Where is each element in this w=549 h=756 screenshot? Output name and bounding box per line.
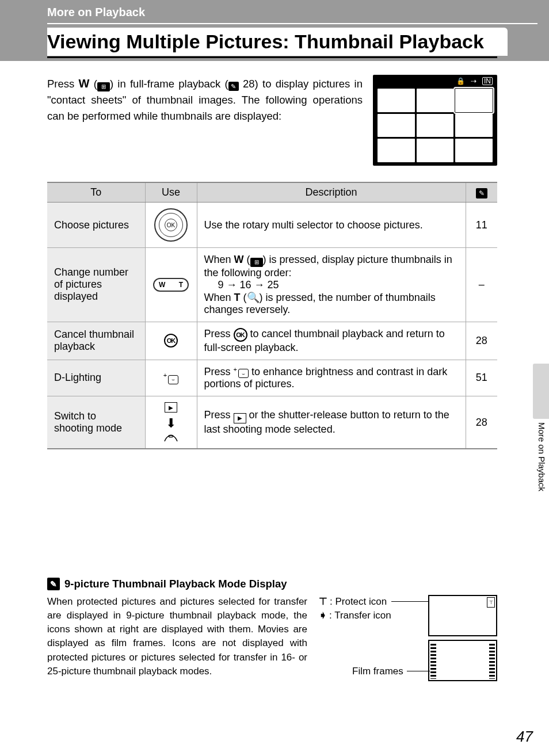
thumbnail-count-sequence: 9 → 16 → 25 <box>204 279 459 291</box>
ok-button-icon: OK <box>234 328 247 342</box>
subsection-figure: ⊤: Protect icon ➧: Transfer icon ⊤ Film … <box>319 595 497 678</box>
shutter-release-icon: ⬇ <box>152 402 190 442</box>
lock-icon: 🔒 <box>456 77 465 85</box>
reference-icon: ✎ <box>228 82 239 91</box>
intro-paragraph: Press W (⊞) in full-frame playback (✎ 28… <box>47 75 363 166</box>
col-reference: ✎ <box>466 182 497 203</box>
d-lighting-icon: +⌣ <box>234 369 249 378</box>
operations-table: To Use Description ✎ Choose pictures OK … <box>47 182 497 449</box>
shutter-button-icon <box>163 434 178 442</box>
page-title: Viewing Multiple Pictures: Thumbnail Pla… <box>47 28 508 56</box>
col-use: Use <box>145 182 197 203</box>
content-area: Press W (⊞) in full-frame playback (✎ 28… <box>0 61 549 449</box>
protect-tag-icon: ⊤ <box>487 597 495 608</box>
transfer-icon: ➧ <box>319 609 327 623</box>
col-description: Description <box>197 182 466 203</box>
table-row: Choose pictures OK Use the rotary multi … <box>47 203 497 248</box>
header-band: More on Playback Viewing Multiple Pictur… <box>0 0 549 61</box>
ok-button-icon: OK <box>164 334 178 348</box>
side-tab <box>533 364 549 419</box>
picture-frame: ⊤ <box>428 595 497 636</box>
subsection-paragraph: When protected pictures and pictures sel… <box>47 595 307 678</box>
magnifier-icon: 🔍 <box>247 292 260 303</box>
protect-icon: ⊤ <box>319 595 327 609</box>
thumbnail-grid-icon: ⊞ <box>97 82 110 91</box>
side-tab-label: More on Playback <box>537 422 547 491</box>
down-arrow-icon: ⬇ <box>166 416 176 431</box>
thumbnail-grid-icon: ⊞ <box>250 258 263 267</box>
table-row: Switch to shooting mode ⬇ Press or the s… <box>47 396 497 449</box>
reference-icon: ✎ <box>476 188 487 198</box>
zoom-toggle-icon: WT <box>153 278 189 292</box>
header-underline <box>47 23 537 24</box>
rotary-selector-icon: OK <box>154 208 188 242</box>
table-row: Cancel thumbnail playback OK Press OK to… <box>47 322 497 360</box>
table-row: D-Lighting +⌣ Press +⌣ to enhance bright… <box>47 360 497 396</box>
film-frames-label: Film frames <box>352 666 403 677</box>
subsection: ✎ 9-picture Thumbnail Playback Mode Disp… <box>47 578 497 678</box>
breadcrumb: More on Playback <box>0 0 549 19</box>
subsection-heading: 9-picture Thumbnail Playback Mode Displa… <box>64 578 287 590</box>
table-row: Change number of pictures displayed WT W… <box>47 248 497 322</box>
w-button-label: W <box>79 77 90 90</box>
page-number: 47 <box>516 728 533 746</box>
thumbnail-preview-illustration: 🔒 ⇢ IN <box>373 75 497 166</box>
internal-memory-icon: IN <box>482 77 493 85</box>
playback-button-icon <box>234 413 246 423</box>
col-to: To <box>47 182 145 203</box>
title-rule <box>47 56 497 58</box>
playback-button-icon <box>165 402 177 413</box>
transfer-status-icon: ⇢ <box>471 77 476 85</box>
film-frame <box>428 640 497 681</box>
d-lighting-icon: +⌣ <box>163 375 178 384</box>
note-icon: ✎ <box>47 578 60 590</box>
